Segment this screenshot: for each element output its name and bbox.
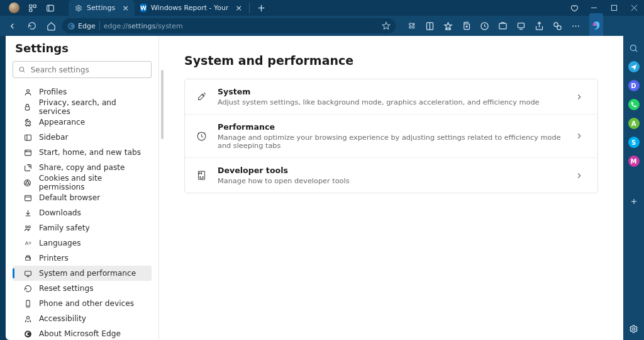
nav-item-label: Family safety	[39, 224, 90, 232]
nav-item-label: Languages	[39, 239, 81, 247]
sidebar-item-start-home-and-new-tabs[interactable]: Start, home, and new tabs	[13, 145, 152, 160]
favorites-button[interactable]	[440, 18, 457, 35]
nav-item-label: Share, copy and paste	[39, 163, 125, 172]
workspaces-icon[interactable]	[28, 4, 37, 13]
sidebar-item-system-and-performance[interactable]: System and performance	[13, 266, 152, 281]
svg-marker-11	[382, 22, 390, 29]
sidebar-item-privacy-search-and-services[interactable]: Privacy, search, and services	[13, 99, 152, 115]
sidebar-item-languages[interactable]: A字Languages	[13, 235, 152, 251]
sidebar-item-share-copy-and-paste[interactable]: Share, copy and paste	[13, 160, 152, 175]
chevron-right-icon	[575, 132, 584, 140]
home-button[interactable]	[43, 18, 60, 35]
svg-point-25	[557, 25, 561, 29]
settings-sidebar: Settings ProfilesPrivacy, search, and se…	[6, 36, 159, 340]
close-icon[interactable]: ×	[235, 3, 242, 13]
svg-point-63	[199, 177, 200, 178]
chevron-right-icon	[575, 93, 584, 101]
discord-icon[interactable]: D	[628, 80, 640, 91]
tab-settings[interactable]: Settings ×	[69, 0, 135, 16]
sidebar-item-default-browser[interactable]: Default browser	[13, 190, 152, 205]
nav-item-icon	[23, 330, 32, 338]
drop-button[interactable]	[513, 18, 530, 35]
sidebar-item-family-safety[interactable]: Family safety	[13, 220, 152, 235]
svg-point-24	[554, 22, 558, 26]
sidebar-item-about-microsoft-edge[interactable]: About Microsoft Edge	[13, 326, 152, 340]
svg-rect-3	[47, 5, 54, 11]
copilot-button[interactable]	[589, 13, 603, 38]
skype-icon[interactable]: S	[628, 137, 640, 148]
refresh-button[interactable]	[23, 18, 40, 35]
search-icon[interactable]	[628, 42, 640, 54]
collections-button[interactable]	[458, 18, 475, 35]
search-box[interactable]	[13, 61, 152, 78]
settings-card: SystemAdjust system settings, like backg…	[184, 79, 598, 193]
close-icon[interactable]: ×	[122, 3, 129, 13]
back-button[interactable]	[4, 18, 21, 35]
nav-item-icon	[23, 315, 32, 323]
nav-item-icon	[23, 103, 32, 111]
scrollbar[interactable]	[161, 70, 164, 139]
history-button[interactable]	[476, 18, 493, 35]
setting-row-system[interactable]: SystemAdjust system settings, like backg…	[185, 79, 597, 114]
extensions-button[interactable]	[403, 18, 420, 35]
performance-button[interactable]	[549, 18, 566, 35]
nav-item-icon	[23, 179, 32, 187]
sidebar-item-reset-settings[interactable]: Reset settings	[13, 281, 152, 296]
close-window-button[interactable]	[624, 0, 644, 16]
window-controls	[564, 0, 644, 16]
search-input[interactable]	[31, 65, 146, 74]
sidebar-item-profiles[interactable]: Profiles	[13, 84, 152, 99]
tab-windows-report[interactable]: W Windows Report - Your go-to sou... ×	[135, 0, 248, 16]
tab-actions-icon[interactable]	[46, 4, 55, 13]
sidebar-settings-button[interactable]	[629, 324, 638, 334]
telegram-icon[interactable]	[628, 61, 640, 72]
sidebar-item-sidebar[interactable]: Sidebar	[13, 130, 152, 145]
screenshot-button[interactable]	[494, 18, 511, 35]
svg-rect-51	[26, 256, 29, 257]
whatsapp-icon[interactable]	[628, 99, 640, 110]
share-button[interactable]	[531, 18, 548, 35]
favorite-star-icon[interactable]	[382, 21, 391, 30]
url-text: edge://settings/system	[104, 22, 183, 30]
messenger-icon[interactable]: M	[628, 156, 640, 167]
nav-item-icon	[23, 194, 32, 202]
svg-point-27	[575, 25, 577, 26]
tab-label: Settings	[87, 4, 115, 12]
read-aloud-button[interactable]	[421, 18, 438, 35]
sidebar-item-appearance[interactable]: Appearance	[13, 115, 152, 130]
nav-item-label: Cookies and site permissions	[39, 174, 148, 191]
nav-item-icon	[23, 269, 32, 278]
nav-item-icon	[23, 224, 32, 232]
tab-strip: Settings × W Windows Report - Your go-to…	[69, 0, 269, 16]
titlebar: Settings × W Windows Report - Your go-to…	[0, 0, 644, 16]
svg-marker-14	[445, 22, 452, 29]
sidebar-item-accessibility[interactable]: Accessibility	[13, 311, 152, 326]
new-tab-button[interactable]: +	[253, 0, 269, 16]
sidebar-item-printers[interactable]: Printers	[13, 251, 152, 266]
nav-item-icon: A字	[23, 239, 32, 247]
address-bar[interactable]: Edge edge://settings/system	[62, 18, 396, 33]
row-subtitle: Manage and optimize your browsing experi…	[218, 133, 565, 150]
nav-item-label: Accessibility	[39, 314, 86, 323]
nav-item-icon	[23, 133, 32, 142]
svg-point-58	[26, 316, 29, 319]
add-shortcut-button[interactable]	[628, 196, 640, 207]
android-icon[interactable]: A	[628, 118, 640, 129]
svg-line-41	[29, 183, 31, 184]
sidebar-item-downloads[interactable]: Downloads	[13, 205, 152, 220]
svg-rect-7	[611, 5, 616, 10]
sidebar-item-phone-and-other-devices[interactable]: Phone and other devices	[13, 296, 152, 311]
maximize-button[interactable]	[604, 0, 624, 16]
nav-item-label: Downloads	[39, 208, 81, 217]
setting-row-developer-tools[interactable]: Developer toolsManage how to open develo…	[185, 157, 597, 193]
setting-row-performance[interactable]: PerformanceManage and optimize your brow…	[185, 114, 597, 157]
nav-item-icon	[23, 164, 32, 172]
svg-rect-33	[25, 135, 31, 140]
reward-icon[interactable]	[564, 0, 584, 16]
svg-rect-53	[25, 271, 31, 275]
svg-point-31	[26, 89, 29, 92]
sidebar-item-cookies-and-site-permissions[interactable]: Cookies and site permissions	[13, 175, 152, 190]
profile-avatar[interactable]	[9, 3, 19, 13]
more-button[interactable]	[567, 18, 584, 35]
svg-point-29	[19, 67, 24, 72]
